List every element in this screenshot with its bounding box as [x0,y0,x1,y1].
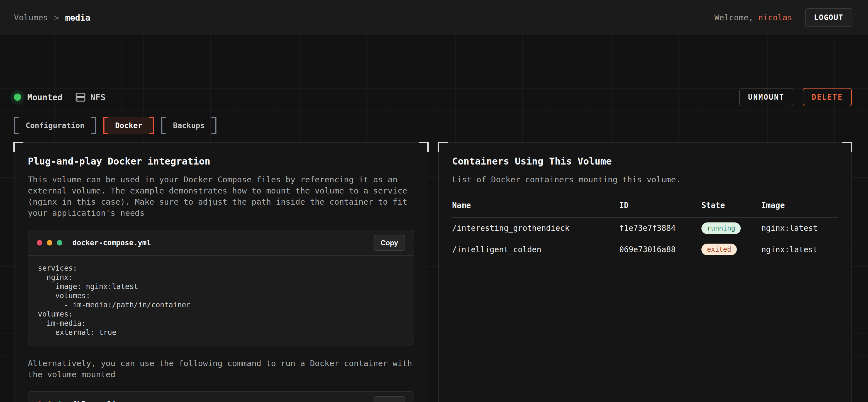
tab-backups[interactable]: Backups [161,116,216,134]
volume-status-group: Mounted NFS [14,92,105,102]
docker-panel-description: This volume can be used in your Docker C… [28,174,414,219]
compose-code-text: services: nginx: image: nginx:latest vol… [38,264,404,337]
mount-status-label: Mounted [27,93,62,102]
container-name: /interesting_grothendieck [452,224,619,233]
container-state-badge: running [702,223,741,234]
cli-filename: CLI one-liner [72,400,129,402]
containers-panel: Containers Using This Volume List of Doc… [438,142,851,402]
column-header-name: Name [452,201,619,210]
breadcrumb-current-volume: media [65,13,90,23]
delete-button[interactable]: DELETE [803,88,852,106]
user-area: Welcome, nicolas LOGOUT [714,8,852,27]
window-dot-green-icon [57,240,62,245]
window-dots [37,240,62,245]
compose-filename: docker-compose.yml [72,239,151,247]
window-dot-red-icon [37,240,42,245]
tab-bracket-right-icon [91,116,96,134]
tab-bracket-left-icon [103,116,108,134]
filesystem-type-label: NFS [90,93,105,102]
container-row: /interesting_grothendieck f1e73e7f3884 r… [452,218,838,239]
containers-panel-title: Containers Using This Volume [452,156,838,167]
panel-corner-bracket-icon [13,142,23,152]
tab-docker-label: Docker [115,121,142,130]
tab-bracket-left-icon [14,116,19,134]
tab-bracket-right-icon [149,116,154,134]
tab-configuration[interactable]: Configuration [14,116,96,134]
container-state-badge: exited [702,244,737,255]
mounted-status-dot-icon [14,94,21,101]
panel-corner-bracket-icon [842,142,852,152]
container-image: nginx:latest [761,245,838,254]
containers-table-header: Name ID State Image [452,201,838,218]
column-header-state: State [702,201,761,210]
username: nicolas [758,13,792,22]
breadcrumb-separator-icon: > [54,13,59,22]
unmount-button[interactable]: UNMOUNT [739,88,794,106]
compose-code-header: docker-compose.yml Copy [28,230,414,256]
welcome-prefix: Welcome, [714,13,758,22]
volume-actions: UNMOUNT DELETE [739,88,852,106]
copy-compose-button[interactable]: Copy [374,235,406,251]
volume-tabs: Configuration Docker Backups [14,116,216,134]
container-image: nginx:latest [761,224,838,233]
breadcrumb-volumes-link[interactable]: Volumes [14,13,48,22]
tab-backups-label: Backups [173,121,205,130]
logout-button[interactable]: LOGOUT [805,8,852,27]
container-name: /intelligent_colden [452,245,619,254]
column-header-id: ID [619,201,702,210]
tab-docker[interactable]: Docker [103,116,154,134]
top-bar: Volumes > media Welcome, nicolas LOGOUT [0,0,868,35]
container-id: f1e73e7f3884 [619,224,702,233]
server-icon [75,92,86,102]
compose-code-body: services: nginx: image: nginx:latest vol… [28,256,414,345]
container-id: 069e73016a88 [619,245,702,254]
welcome-text: Welcome, nicolas [714,13,792,22]
compose-code-block: docker-compose.yml Copy services: nginx:… [28,230,414,345]
main-content: Mounted NFS UNMOUNT DELETE Configuration… [0,35,868,402]
window-dot-yellow-icon [47,240,52,245]
tab-configuration-label: Configuration [26,121,84,130]
cli-intro-text: Alternatively, you can use the following… [28,358,414,380]
container-row: /intelligent_colden 069e73016a88 exited … [452,239,838,260]
tab-bracket-right-icon [211,116,216,134]
copy-cli-button[interactable]: Copy [374,396,406,402]
volume-status-row: Mounted NFS UNMOUNT DELETE [14,88,852,107]
column-header-image: Image [761,201,838,210]
cli-code-header: CLI one-liner Copy [28,392,414,402]
panel-corner-bracket-icon [438,142,448,152]
cli-code-block: CLI one-liner Copy docker run -v im-medi… [28,391,414,402]
containers-panel-subtitle: List of Docker containers mounting this … [452,174,838,185]
breadcrumb: Volumes > media [14,13,90,23]
docker-panel-title: Plug-and-play Docker integration [28,156,414,167]
panel-corner-bracket-icon [419,142,429,152]
containers-table: Name ID State Image /interesting_grothen… [452,201,838,260]
docker-integration-panel: Plug-and-play Docker integration This vo… [14,142,428,402]
tab-bracket-left-icon [161,116,166,134]
